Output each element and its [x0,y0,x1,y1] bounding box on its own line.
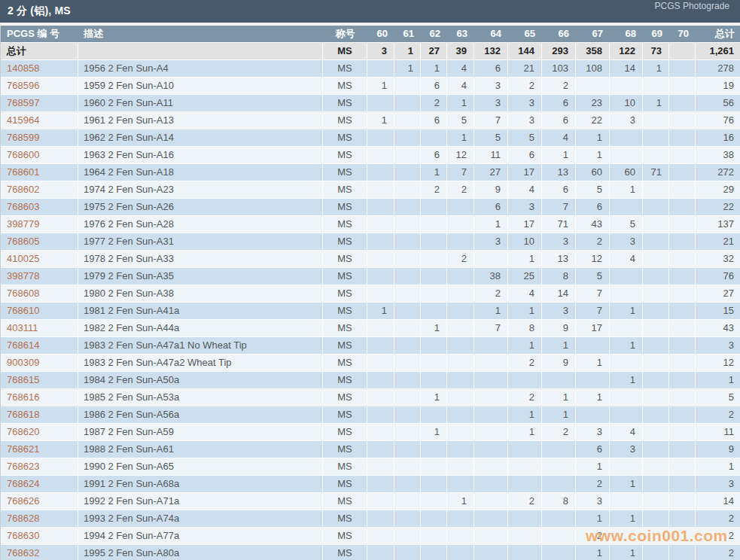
coin-number-link[interactable]: 900309 [1,355,78,372]
coin-number-link[interactable]: 398778 [1,268,78,285]
grade-count-67: 1 [576,129,610,147]
grade-count-63 [447,268,474,285]
grade-count-69 [643,493,669,510]
grade-count-62 [421,355,447,372]
grade-count-63 [447,355,474,372]
grade-designation: MS [323,129,367,147]
table-row: 4159641961 2 Fen Sun-A13MS16573622376 [1,112,740,129]
grade-count-60 [367,510,394,528]
grade-count-63: 4 [447,60,474,78]
coin-number-link[interactable]: 403111 [1,320,78,337]
column-header-69: 69 [643,26,669,43]
total-count: 12 [696,355,740,372]
coin-number-link[interactable]: 768600 [1,147,78,164]
total-count: 1,261 [696,43,740,60]
coin-number-link[interactable]: 768616 [1,389,78,406]
grade-count-65: 2 [508,493,542,510]
coin-number-link[interactable]: 768620 [1,424,78,441]
grade-count-68 [610,320,643,337]
coin-number-link[interactable]: 768610 [1,303,78,320]
grade-count-61 [394,528,421,545]
coin-number-link[interactable]: 768628 [1,510,78,528]
grade-count-69 [643,510,669,528]
table-row: 7686201987 2 Fen Sun-A59MS1123411 [1,424,740,441]
coin-number-link[interactable]: 410025 [1,251,78,268]
coin-number-link[interactable]: 768630 [1,528,78,545]
grade-count-65 [508,510,542,528]
grade-count-68: 3 [610,441,643,458]
grade-count-68 [610,458,643,476]
grade-count-67: 7 [576,285,610,303]
grade-count-64: 38 [474,268,508,285]
table-row: 7686321995 2 Fen Sun-A80aMS112 [1,545,740,560]
total-count: 29 [696,181,740,199]
grade-count-65: 25 [508,268,542,285]
coin-description: 1978 2 Fen Sun-A33 [78,251,323,268]
coin-number-link[interactable]: 768618 [1,406,78,424]
grade-count-60 [367,129,394,147]
grade-count-63 [447,424,474,441]
coin-number-link[interactable]: 768596 [1,78,78,95]
coin-number-link[interactable]: 768624 [1,476,78,493]
total-count: 27 [696,285,740,303]
coin-number-link[interactable]: 768623 [1,458,78,476]
column-header-designation: 称号 [323,26,367,43]
coin-number-link[interactable]: 768626 [1,493,78,510]
grade-count-68: 4 [610,251,643,268]
coin-number-link[interactable]: 768605 [1,233,78,251]
coin-number-link[interactable]: 768597 [1,95,78,112]
grade-count-63 [447,216,474,233]
grade-count-62 [421,458,447,476]
coin-description [78,43,323,60]
coin-number-link[interactable]: 768601 [1,164,78,181]
table-row: 7685971960 2 Fen Sun-A11MS213362310156 [1,95,740,112]
grade-count-64 [474,372,508,389]
coin-description: 1995 2 Fen Sun-A80a [78,545,323,560]
table-row: 4100251978 2 Fen Sun-A33MS211312432 [1,251,740,268]
grade-count-61 [394,233,421,251]
grade-count-63 [447,476,474,493]
coin-number-link[interactable]: 768603 [1,199,78,216]
grade-count-61: 1 [394,60,421,78]
coin-number-link[interactable]: 768608 [1,285,78,303]
grade-count-67: 23 [576,95,610,112]
coin-number-link[interactable]: 768614 [1,337,78,355]
population-table: PCGS 编 号描述称号6061626364656667686970总计 总计M… [0,26,740,560]
coin-number-link[interactable]: 140858 [1,60,78,78]
totals-row: 总计MS312739132144293358122731,261 [1,43,740,60]
grade-count-62 [421,441,447,458]
coin-number-link[interactable]: 768615 [1,372,78,389]
grade-count-64 [474,406,508,424]
grade-count-61 [394,355,421,372]
grade-count-60 [367,181,394,199]
coin-number-link[interactable]: 398779 [1,216,78,233]
grade-count-64 [474,528,508,545]
grade-count-65 [508,372,542,389]
grade-count-62 [421,199,447,216]
grade-count-67: 358 [576,43,610,60]
grade-count-62 [421,337,447,355]
grade-count-64: 6 [474,60,508,78]
grade-count-67 [576,406,610,424]
grade-count-60 [367,406,394,424]
grade-count-64 [474,424,508,441]
grade-count-62 [421,476,447,493]
column-header-64: 64 [474,26,508,43]
coin-description: 1988 2 Fen Sun-A61 [78,441,323,458]
grade-count-70 [669,372,696,389]
coin-number-link[interactable]: 415964 [1,112,78,129]
coin-description: 1984 2 Fen Sun-A50a [78,372,323,389]
grade-count-70 [669,355,696,372]
grade-designation: MS [323,389,367,406]
grade-count-68: 1 [610,303,643,320]
coin-number-link[interactable]: 768602 [1,181,78,199]
grade-count-64: 7 [474,320,508,337]
coin-number-link[interactable]: 768599 [1,129,78,147]
grade-count-63 [447,406,474,424]
grade-count-67: 1 [576,355,610,372]
totals-label: 总计 [1,43,78,60]
coin-number-link[interactable]: 768632 [1,545,78,560]
column-header-62: 62 [421,26,447,43]
coin-description: 1977 2 Fen Sun-A31 [78,233,323,251]
coin-number-link[interactable]: 768621 [1,441,78,458]
